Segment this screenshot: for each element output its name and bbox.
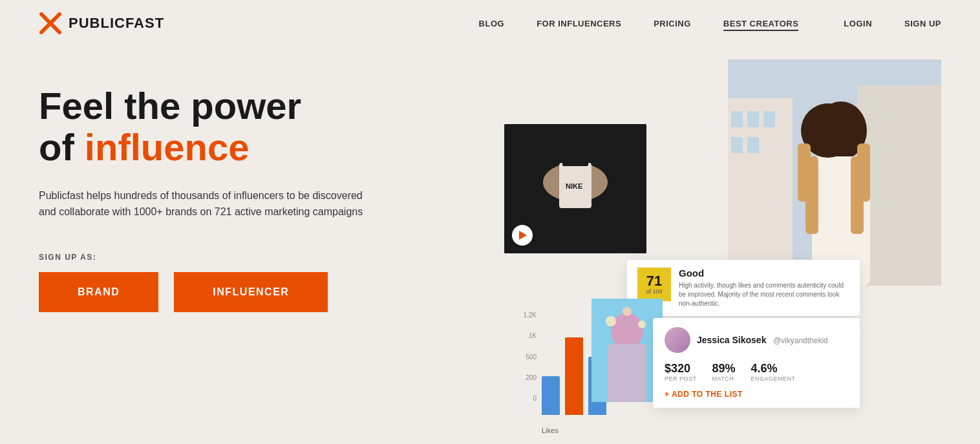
hero-image-person-street [728, 59, 941, 286]
chart-y-labels: 1.2K 1K 500 200 0 [517, 312, 537, 402]
svg-rect-16 [857, 143, 870, 202]
nav-item-pricing[interactable]: PRICING [654, 17, 691, 29]
score-description: High activity, though likes and comments… [679, 281, 849, 308]
stat-per-post: $320 PER POST [665, 362, 697, 382]
influencer-button[interactable]: INFLUENCER [174, 272, 328, 312]
nav-item-influencers[interactable]: FOR INFLUENCERS [537, 17, 621, 29]
bar-1 [542, 376, 560, 415]
svg-point-23 [611, 313, 643, 349]
play-button[interactable] [512, 225, 533, 246]
signup-label: SIGN UP AS: [39, 253, 478, 262]
svg-rect-6 [763, 111, 775, 127]
influencer-header: Jessica Sikosek @vikyandthekid [665, 327, 848, 353]
nav-item-login[interactable]: LOGIN [831, 17, 872, 29]
nav-item-signup[interactable]: SIGN UP [904, 17, 941, 29]
svg-rect-7 [731, 137, 743, 153]
hero-description: Publicfast helps hundreds of thousands o… [39, 187, 375, 220]
svg-rect-5 [747, 111, 759, 127]
hero-left: Feel the power of influence Publicfast h… [39, 59, 478, 421]
cta-buttons: BRAND INFLUENCER [39, 272, 478, 312]
logo[interactable]: PUBLICFAST [39, 12, 164, 35]
bar-2 [565, 337, 583, 415]
play-icon [519, 231, 527, 240]
score-label: Good [679, 268, 849, 279]
influencer-card: Jessica Sikosek @vikyandthekid $320 PER … [653, 318, 860, 408]
add-to-list-button[interactable]: + ADD TO THE LIST [665, 390, 848, 399]
hero-image-flower-person [591, 299, 663, 402]
influencer-avatar [665, 327, 690, 353]
nav-item-best-creators[interactable]: BEST CREATORS [723, 17, 799, 29]
svg-rect-20 [562, 160, 588, 166]
hero-title: Feel the power of influence [39, 85, 478, 168]
score-text: Good High activity, though likes and com… [679, 268, 849, 308]
svg-point-27 [623, 307, 632, 316]
hero-section: Feel the power of influence Publicfast h… [0, 47, 980, 421]
svg-point-26 [638, 321, 646, 328]
stat-engagement: 4.6% ENGAGEMENT [751, 362, 796, 382]
brand-button[interactable]: BRAND [39, 272, 158, 312]
svg-text:NIKE: NIKE [566, 182, 582, 190]
hero-right: NIKE 71 of 100 Good High activity, thoug… [504, 59, 941, 421]
hero-image-nike-video: NIKE [504, 124, 646, 253]
logo-text: PUBLICFAST [69, 15, 164, 32]
svg-point-25 [606, 316, 616, 326]
score-badge: 71 of 100 [637, 268, 671, 301]
influencer-name: Jessica Sikosek [697, 335, 766, 345]
navbar: PUBLICFAST BLOG FOR INFLUENCERS PRICING … [0, 0, 980, 47]
score-of: of 100 [646, 288, 662, 295]
svg-rect-8 [747, 137, 759, 153]
nav-item-blog[interactable]: BLOG [479, 17, 505, 29]
influencer-stats: $320 PER POST 89% MATCH 4.6% ENGAGEMENT [665, 362, 848, 382]
svg-rect-4 [731, 111, 743, 127]
score-number: 71 [646, 274, 662, 288]
svg-rect-24 [608, 344, 646, 402]
influencer-handle: @vikyandthekid [773, 336, 828, 345]
svg-rect-15 [798, 143, 811, 202]
logo-icon [39, 12, 62, 35]
stat-match: 89% MATCH [712, 362, 736, 382]
chart-x-label: Likes [542, 427, 559, 434]
